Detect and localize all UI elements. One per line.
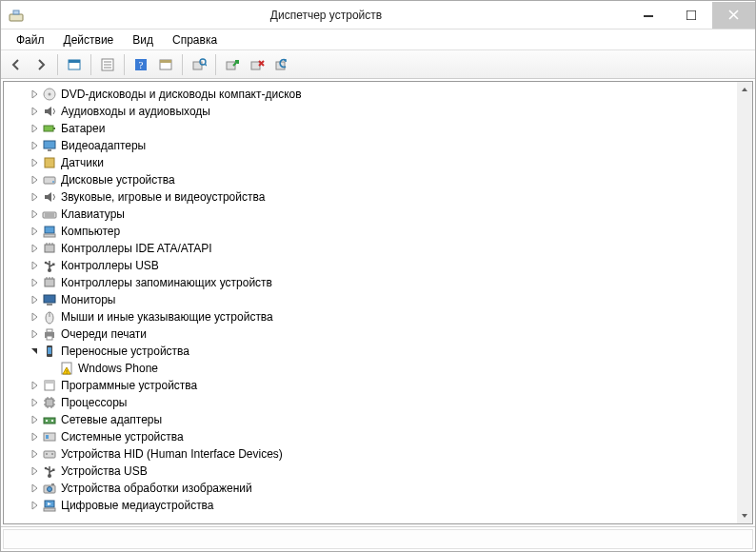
svg-rect-70 (51, 420, 53, 422)
tree-item[interactable]: Клавиатуры (4, 206, 737, 223)
tree-item[interactable]: Дисковые устройства (4, 171, 737, 188)
scroll-track[interactable] (737, 97, 752, 508)
tree-item[interactable]: Видеоадаптеры (4, 137, 737, 154)
close-button[interactable] (712, 2, 755, 29)
svg-point-75 (51, 453, 53, 455)
tree-item[interactable]: Контроллеры USB (4, 257, 737, 274)
show-hide-console-button[interactable] (63, 53, 86, 76)
tree-item[interactable]: Сетевые адаптеры (4, 411, 737, 428)
svg-rect-2 (644, 15, 653, 17)
collapse-arrow-icon[interactable] (29, 345, 40, 357)
expand-arrow-icon[interactable] (29, 174, 40, 186)
menu-view[interactable]: Вид (123, 31, 163, 49)
tree-child-label: Wndows Phone (78, 362, 158, 375)
expand-arrow-icon[interactable] (29, 397, 40, 408)
expand-arrow-icon[interactable] (29, 483, 40, 494)
tree-item-label: Мониторы (61, 293, 115, 306)
tree-item-label: Компьютер (61, 225, 120, 238)
svg-rect-69 (46, 420, 48, 422)
tree-item-label: Видеоадаптеры (61, 139, 146, 152)
tree-item[interactable]: Очереди печати (4, 325, 737, 343)
expand-arrow-icon[interactable] (29, 311, 40, 323)
expand-arrow-icon[interactable] (29, 414, 40, 425)
tree-item[interactable]: Батареи (4, 120, 737, 137)
tree-item[interactable]: Датчики (4, 154, 737, 171)
enable-button[interactable] (221, 53, 244, 76)
expand-arrow-icon[interactable] (29, 465, 40, 477)
expand-arrow-icon[interactable] (29, 448, 40, 460)
help-button[interactable]: ? (129, 53, 152, 76)
expand-arrow-icon[interactable] (29, 226, 40, 237)
expand-arrow-icon[interactable] (29, 123, 40, 134)
tree-item[interactable]: DVD-дисководы и дисководы компакт-дисков (4, 86, 737, 103)
tree-item[interactable]: Звуковые, игровые и видеоустройства (4, 188, 737, 206)
tree-item[interactable]: Мыши и иные указывающие устройства (4, 308, 737, 325)
usb-icon (42, 463, 57, 479)
tree-item-label: Контроллеры USB (61, 259, 159, 272)
uninstall-button[interactable] (246, 53, 269, 76)
computer-icon (42, 224, 57, 239)
speaker-icon (42, 189, 57, 205)
tree-item[interactable]: Устройства USB (4, 463, 737, 480)
minimize-button[interactable] (627, 2, 669, 29)
tree-item-label: Переносные устройства (61, 345, 189, 358)
tree-item-label: Дисковые устройства (61, 173, 175, 187)
tree-item-label: Процессоры (61, 396, 128, 409)
action-button[interactable] (154, 53, 177, 76)
expand-arrow-icon[interactable] (29, 277, 40, 288)
expand-arrow-icon[interactable] (29, 140, 40, 151)
tree-child-item[interactable]: !Wndows Phone (4, 360, 737, 377)
svg-rect-29 (43, 212, 56, 218)
forward-button[interactable] (30, 53, 52, 76)
expand-arrow-icon[interactable] (29, 500, 40, 511)
tree-item[interactable]: Мониторы (4, 291, 737, 308)
expand-arrow-icon[interactable] (29, 260, 40, 271)
tree-item[interactable]: Системные устройства (4, 428, 737, 445)
tree-item[interactable]: Аудиовходы и аудиовыходы (4, 103, 737, 120)
scroll-down-icon[interactable] (737, 508, 752, 523)
toolbar-separator (215, 54, 216, 75)
toolbar-separator (124, 54, 125, 75)
tree-item-label: Системные устройства (61, 430, 184, 444)
menu-help[interactable]: Справка (163, 31, 227, 49)
expand-arrow-icon[interactable] (29, 328, 40, 340)
expand-arrow-icon[interactable] (29, 106, 40, 117)
svg-rect-73 (44, 451, 55, 458)
expand-arrow-icon[interactable] (29, 243, 40, 254)
svg-rect-32 (45, 227, 54, 233)
scroll-up-icon[interactable] (737, 82, 752, 97)
menu-action[interactable]: Действие (54, 31, 124, 49)
svg-rect-72 (46, 435, 49, 439)
tree-item[interactable]: Программные устройства (4, 377, 737, 394)
scan-hardware-button[interactable] (188, 53, 210, 76)
expand-arrow-icon[interactable] (29, 191, 40, 203)
menu-file[interactable]: Файл (7, 31, 54, 49)
expand-arrow-icon[interactable] (29, 380, 40, 391)
expand-arrow-icon[interactable] (29, 431, 40, 443)
svg-rect-42 (45, 279, 54, 286)
tree-item[interactable]: Процессоры (4, 394, 737, 411)
svg-rect-1 (13, 10, 19, 14)
tree-item[interactable]: Переносные устройства (4, 343, 737, 360)
tree-item-label: Цифровые медиаустройства (61, 499, 214, 512)
expand-arrow-icon[interactable] (29, 208, 40, 220)
tree-item[interactable]: Цифровые медиаустройства (4, 497, 737, 514)
tree-item[interactable]: Устройства HID (Human Interface Devices) (4, 445, 737, 463)
properties-button[interactable] (96, 53, 119, 76)
disc-icon (42, 87, 57, 102)
maximize-button[interactable] (669, 2, 712, 29)
tree-item[interactable]: Контроллеры запоминающих устройств (4, 274, 737, 291)
tree-item[interactable]: Компьютер (4, 223, 737, 240)
scrollbar[interactable] (737, 82, 752, 523)
expand-arrow-icon[interactable] (29, 89, 40, 100)
tree-item[interactable]: Контроллеры IDE ATA/ATAPI (4, 240, 737, 257)
drive-icon (42, 172, 57, 187)
tree-item-label: Контроллеры запоминающих устройств (61, 276, 272, 289)
update-driver-button[interactable] (270, 53, 293, 76)
speaker-icon (42, 104, 57, 119)
expand-arrow-icon[interactable] (29, 294, 40, 306)
tree-item[interactable]: Устройства обработки изображений (4, 480, 737, 497)
back-button[interactable] (5, 53, 28, 76)
expand-arrow-icon[interactable] (29, 157, 40, 168)
device-tree[interactable]: DVD-дисководы и дисководы компакт-дисков… (4, 82, 737, 523)
